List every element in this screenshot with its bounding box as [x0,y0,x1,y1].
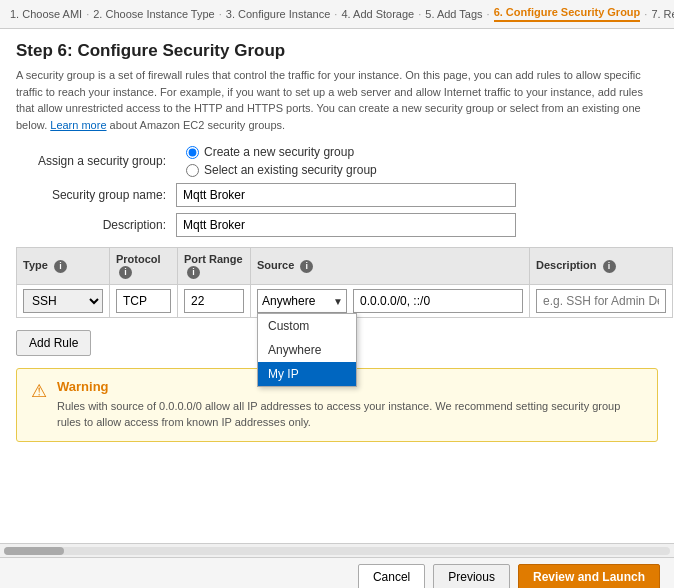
nav-step-4[interactable]: 4. Add Storage [341,8,414,20]
port-range-input[interactable] [184,289,244,313]
warning-icon: ⚠ [31,380,47,431]
table-row: SSH Anywhere ▼ [17,284,673,317]
rules-table: Type i Protocol i Port Range i Source i … [16,247,673,318]
port-info-icon[interactable]: i [187,266,200,279]
col-source: Source i [251,248,530,285]
horizontal-scrollbar[interactable] [0,543,674,557]
nav-step-3[interactable]: 3. Configure Instance [226,8,331,20]
sg-desc-row: Description: [16,213,658,237]
previous-button[interactable]: Previous [433,564,510,589]
dropdown-item-anywhere[interactable]: Anywhere [258,338,356,362]
nav-step-6[interactable]: 6. Configure Security Group [494,6,641,22]
create-new-label: Create a new security group [204,145,354,159]
select-existing-radio-input[interactable] [186,164,199,177]
create-new-radio[interactable]: Create a new security group [186,145,377,159]
sg-desc-input[interactable] [176,213,516,237]
learn-more-link[interactable]: Learn more [50,119,106,131]
source-dropdown-overlay: Custom Anywhere My IP [257,313,357,387]
col-port-range: Port Range i [178,248,251,285]
col-description: Description i [530,248,673,285]
nav-step-1[interactable]: 1. Choose AMI [10,8,82,20]
protocol-input[interactable] [116,289,171,313]
row-desc-input[interactable] [536,289,666,313]
select-existing-label: Select an existing security group [204,163,377,177]
sg-name-label: Security group name: [16,188,176,202]
review-and-launch-button[interactable]: Review and Launch [518,564,660,589]
assign-label: Assign a security group: [16,154,176,168]
sg-name-input[interactable] [176,183,516,207]
col-type: Type i [17,248,110,285]
scrollbar-track[interactable] [4,547,670,555]
protocol-cell [110,284,178,317]
warning-text: Rules with source of 0.0.0.0/0 allow all… [57,398,643,431]
protocol-info-icon[interactable]: i [119,266,132,279]
scrollbar-thumb[interactable] [4,547,64,555]
add-rule-button[interactable]: Add Rule [16,330,91,356]
port-range-cell [178,284,251,317]
dropdown-item-custom[interactable]: Custom [258,314,356,338]
source-info-icon[interactable]: i [300,260,313,273]
type-info-icon[interactable]: i [54,260,67,273]
desc-info-icon[interactable]: i [603,260,616,273]
create-new-radio-input[interactable] [186,146,199,159]
main-content: Step 6: Configure Security Group A secur… [0,29,674,543]
page-description: A security group is a set of firewall ru… [16,67,658,133]
assign-security-group-row: Assign a security group: Create a new se… [16,145,658,177]
page-title: Step 6: Configure Security Group [16,41,658,61]
source-select-wrap: Anywhere ▼ Custom Anywhere My IP [257,289,347,313]
source-cell: Anywhere ▼ Custom Anywhere My IP [251,284,530,317]
type-cell: SSH [17,284,110,317]
sg-name-row: Security group name: [16,183,658,207]
col-protocol: Protocol i [110,248,178,285]
description-cell [530,284,673,317]
type-select[interactable]: SSH [23,289,103,313]
nav-step-7[interactable]: 7. Review [651,8,674,20]
sg-desc-label: Description: [16,218,176,232]
nav-step-2[interactable]: 2. Choose Instance Type [93,8,215,20]
footer-bar: Cancel Previous Review and Launch [0,557,674,588]
wizard-nav: 1. Choose AMI · 2. Choose Instance Type … [0,0,674,29]
cidr-input[interactable] [353,289,523,313]
source-select[interactable]: Anywhere [257,289,347,313]
select-existing-radio[interactable]: Select an existing security group [186,163,377,177]
nav-step-5[interactable]: 5. Add Tags [425,8,482,20]
dropdown-item-myip[interactable]: My IP [258,362,356,386]
cancel-button[interactable]: Cancel [358,564,425,589]
